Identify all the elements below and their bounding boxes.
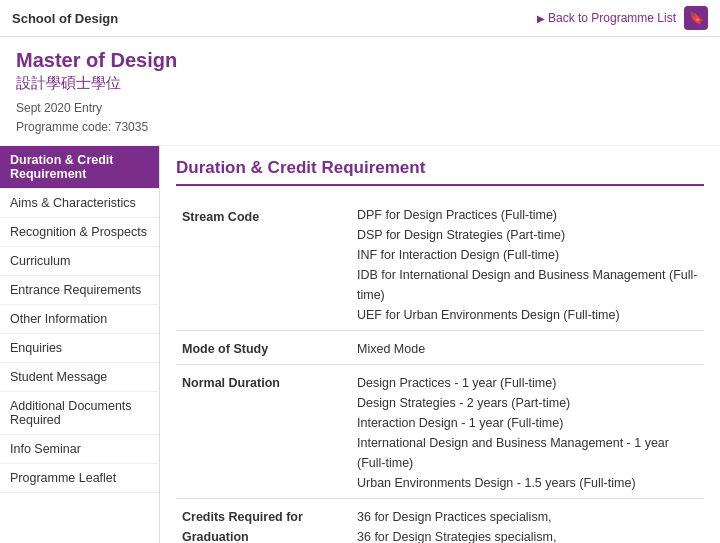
sidebar-item-leaflet[interactable]: Programme Leaflet	[0, 464, 159, 493]
programme-meta: Sept 2020 Entry Programme code: 73035	[16, 99, 704, 137]
programme-code: Programme code: 73035	[16, 120, 148, 134]
field-label: Credits Required for Graduation	[176, 499, 351, 543]
info-table: Stream CodeDPF for Design Practices (Ful…	[176, 200, 704, 543]
sidebar-item-info[interactable]: Info Seminar	[0, 435, 159, 464]
table-row: Mode of StudyMixed Mode	[176, 331, 704, 365]
sidebar: Duration & Credit RequirementAims & Char…	[0, 146, 160, 543]
field-value: DPF for Design Practices (Full-time)DSP …	[351, 200, 704, 331]
programme-title-en: Master of Design	[16, 49, 704, 72]
back-to-list-link[interactable]: Back to Programme List	[537, 11, 676, 25]
sidebar-item-recognition[interactable]: Recognition & Prospects	[0, 218, 159, 247]
sidebar-item-enquiries[interactable]: Enquiries	[0, 334, 159, 363]
school-title: School of Design	[12, 11, 118, 26]
bookmark-icon[interactable]: 🔖	[684, 6, 708, 30]
field-value: Design Practices - 1 year (Full-time)Des…	[351, 365, 704, 499]
sidebar-item-additional[interactable]: Additional Documents Required	[0, 392, 159, 435]
sidebar-item-duration[interactable]: Duration & Credit Requirement	[0, 146, 159, 189]
main-layout: Duration & Credit RequirementAims & Char…	[0, 146, 720, 543]
top-bar-right: Back to Programme List 🔖	[537, 6, 708, 30]
entry-date: Sept 2020 Entry	[16, 101, 102, 115]
programme-title-cn: 設計學碩士學位	[16, 74, 704, 93]
sidebar-item-other[interactable]: Other Information	[0, 305, 159, 334]
field-label: Mode of Study	[176, 331, 351, 365]
field-value: 36 for Design Practices specialism,36 fo…	[351, 499, 704, 543]
sidebar-item-curriculum[interactable]: Curriculum	[0, 247, 159, 276]
sidebar-item-student[interactable]: Student Message	[0, 363, 159, 392]
sidebar-item-entrance[interactable]: Entrance Requirements	[0, 276, 159, 305]
field-value: Mixed Mode	[351, 331, 704, 365]
top-bar: School of Design Back to Programme List …	[0, 0, 720, 37]
table-row: Credits Required for Graduation36 for De…	[176, 499, 704, 543]
content-area: Duration & Credit Requirement Stream Cod…	[160, 146, 720, 543]
field-label: Normal Duration	[176, 365, 351, 499]
table-row: Stream CodeDPF for Design Practices (Ful…	[176, 200, 704, 331]
field-label: Stream Code	[176, 200, 351, 331]
content-section-title: Duration & Credit Requirement	[176, 158, 704, 186]
table-row: Normal DurationDesign Practices - 1 year…	[176, 365, 704, 499]
programme-header: Master of Design 設計學碩士學位 Sept 2020 Entry…	[0, 37, 720, 146]
sidebar-item-aims[interactable]: Aims & Characteristics	[0, 189, 159, 218]
